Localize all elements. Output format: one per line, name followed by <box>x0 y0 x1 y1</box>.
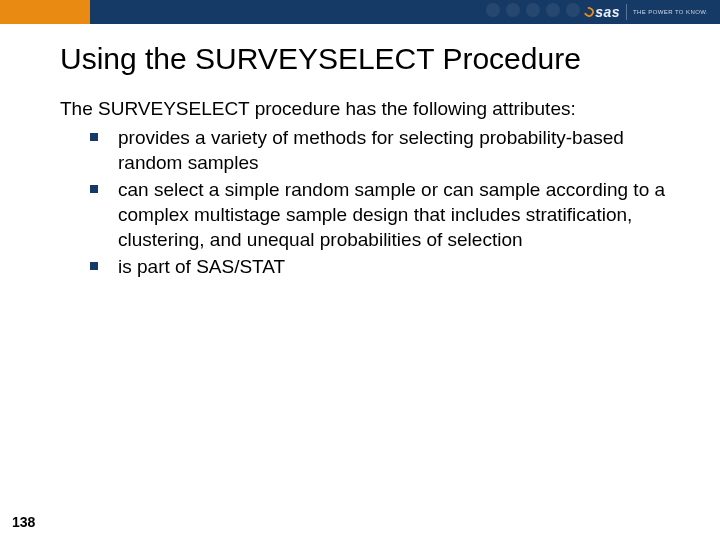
top-bar: sas THE POWER TO KNOW. <box>0 0 720 24</box>
sas-swoosh-icon <box>582 5 596 19</box>
bullet-item: is part of SAS/STAT <box>90 254 680 279</box>
decorative-dots <box>486 3 580 17</box>
brand-divider <box>626 4 627 20</box>
bullet-list: provides a variety of methods for select… <box>90 125 680 279</box>
slide: sas THE POWER TO KNOW. Using the SURVEYS… <box>0 0 720 540</box>
accent-block <box>0 0 90 24</box>
page-number: 138 <box>12 514 35 530</box>
sas-logo: sas <box>584 4 620 20</box>
sas-logo-text: sas <box>595 4 620 20</box>
intro-text: The SURVEYSELECT procedure has the follo… <box>60 96 680 121</box>
bullet-item: can select a simple random sample or can… <box>90 177 680 252</box>
brand-area: sas THE POWER TO KNOW. <box>584 0 708 24</box>
bullet-item: provides a variety of methods for select… <box>90 125 680 175</box>
slide-title: Using the SURVEYSELECT Procedure <box>60 42 690 76</box>
brand-tagline: THE POWER TO KNOW. <box>633 9 708 15</box>
slide-body: The SURVEYSELECT procedure has the follo… <box>60 96 680 280</box>
